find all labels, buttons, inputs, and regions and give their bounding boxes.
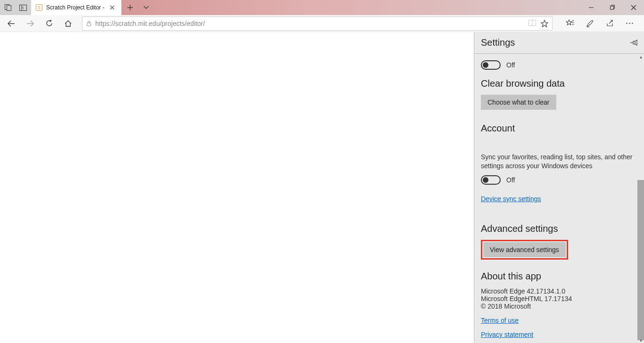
tab-favicon-icon: S (36, 4, 42, 11)
svg-rect-9 (610, 6, 613, 9)
svg-marker-17 (541, 20, 548, 27)
scrollbar-thumb[interactable] (637, 180, 644, 340)
sync-toggle[interactable] (481, 175, 501, 185)
privacy-statement-link[interactable]: Privacy statement (481, 331, 637, 338)
tab-close-button[interactable] (108, 5, 116, 10)
toggle-generic-1-state: Off (506, 61, 515, 69)
terms-of-use-link[interactable]: Terms of use (481, 317, 637, 324)
about-this-app-heading: About this app (481, 271, 637, 282)
svg-rect-1 (7, 6, 11, 11)
address-bar[interactable] (82, 16, 553, 31)
favorite-star-icon[interactable] (541, 20, 548, 27)
forward-button[interactable] (23, 16, 38, 31)
svg-marker-18 (566, 20, 572, 25)
choose-what-to-clear-button[interactable]: Choose what to clear (481, 95, 556, 110)
settings-panel: Settings ▴ Off Clear browsing data Choos… (474, 32, 644, 343)
svg-line-23 (609, 20, 612, 24)
navbar (0, 15, 644, 32)
scroll-down-arrow[interactable]: ▾ (638, 338, 643, 343)
about-edge-version: Microsoft Edge 42.17134.1.0 (481, 287, 637, 295)
svg-rect-14 (87, 23, 91, 26)
settings-body: ▴ Off Clear browsing data Choose what to… (474, 54, 644, 343)
sync-toggle-state: Off (506, 176, 515, 184)
lock-icon (86, 20, 91, 26)
svg-point-25 (629, 23, 630, 24)
toolbar-right (559, 16, 640, 31)
close-window-button[interactable] (623, 0, 644, 15)
content-area: Settings ▴ Off Clear browsing data Choos… (0, 32, 644, 343)
scroll-up-arrow[interactable]: ▴ (638, 54, 643, 59)
minimize-button[interactable] (580, 0, 602, 15)
more-menu-icon[interactable] (623, 16, 636, 31)
browser-tab[interactable]: S Scratch Project Editor - (31, 0, 122, 15)
about-edgehtml-version: Microsoft EdgeHTML 17.17134 (481, 295, 637, 302)
show-tabs-aside-icon[interactable] (17, 2, 28, 13)
refresh-button[interactable] (41, 16, 57, 31)
account-heading: Account (481, 123, 637, 134)
tab-actions-chevron-icon[interactable] (140, 2, 152, 13)
tabs-aside-icon[interactable] (3, 2, 14, 13)
about-copyright: © 2018 Microsoft (481, 302, 637, 310)
tab-title: Scratch Project Editor - (46, 4, 104, 11)
titlebar: S Scratch Project Editor - (0, 0, 644, 15)
new-tab-button[interactable] (124, 2, 136, 13)
url-input[interactable] (95, 20, 525, 27)
reading-view-icon[interactable] (528, 20, 536, 27)
advanced-settings-highlight: View advanced settings (481, 240, 568, 260)
sync-description: Sync your favorites, reading list, top s… (481, 153, 637, 171)
advanced-settings-heading: Advanced settings (481, 223, 637, 234)
tab-strip-controls (122, 0, 155, 15)
home-button[interactable] (60, 16, 75, 31)
clear-browsing-data-heading: Clear browsing data (481, 78, 637, 89)
toggle-generic-1[interactable] (481, 60, 501, 70)
svg-rect-2 (19, 5, 26, 10)
svg-point-24 (626, 23, 627, 24)
device-sync-settings-link[interactable]: Device sync settings (481, 195, 541, 203)
view-advanced-settings-button[interactable]: View advanced settings (483, 242, 566, 257)
favorites-list-icon[interactable] (564, 16, 576, 31)
page-viewport (0, 32, 474, 343)
svg-point-26 (632, 23, 633, 24)
notes-pen-icon[interactable] (584, 16, 596, 31)
settings-title: Settings (481, 37, 515, 48)
pin-icon[interactable] (630, 40, 637, 46)
maximize-restore-button[interactable] (602, 0, 623, 15)
share-icon[interactable] (603, 16, 616, 31)
window-controls (580, 0, 644, 15)
settings-header: Settings (474, 32, 644, 54)
titlebar-left-controls (0, 0, 31, 15)
back-button[interactable] (4, 16, 19, 31)
svg-rect-28 (633, 41, 635, 44)
